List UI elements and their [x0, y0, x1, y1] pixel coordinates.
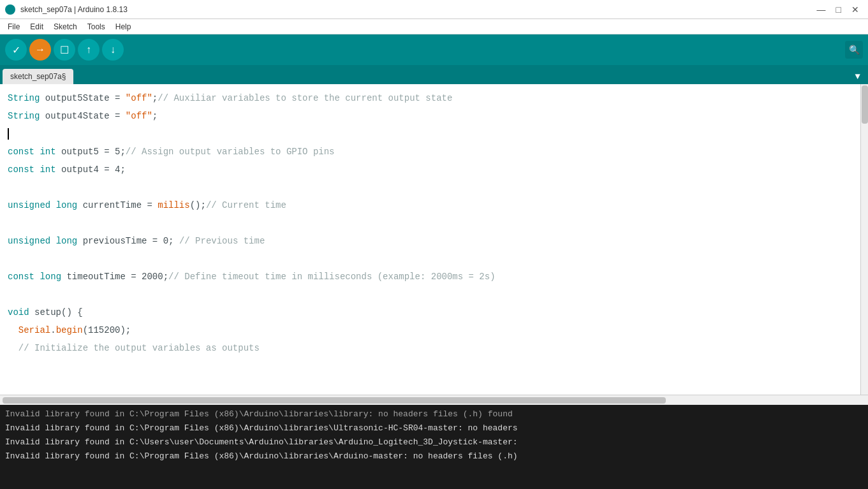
menu-tools[interactable]: Tools	[82, 21, 110, 33]
console-line-3: Invalid library found in C:\Program File…	[5, 449, 863, 463]
save-button[interactable]: ↓	[102, 39, 124, 61]
upload-button[interactable]: →	[29, 39, 51, 61]
menu-sketch[interactable]: Sketch	[48, 21, 82, 33]
code-line-blank4	[8, 286, 853, 303]
horizontal-scrollbar[interactable]	[0, 395, 868, 405]
code-line-blank1	[8, 179, 853, 196]
console-section: Invalid library found in C:\Program File…	[0, 405, 868, 489]
code-editor[interactable]: String output5State = "off";// Auxiliar …	[0, 84, 860, 395]
tab-bar: sketch_sep07a§ ▼	[0, 65, 868, 84]
arduino-icon	[5, 4, 15, 15]
tab-sketch[interactable]: sketch_sep07a§	[3, 69, 73, 84]
console-output: Invalid library found in C:\Program File…	[0, 405, 868, 466]
menu-help[interactable]: Help	[110, 21, 136, 33]
title-bar: sketch_sep07a | Arduino 1.8.13 — □ ✕	[0, 0, 868, 19]
code-line-blank2	[8, 214, 853, 232]
console-line-1: Invalid library found in C:\Program File…	[5, 421, 863, 435]
vertical-scrollbar[interactable]	[860, 84, 868, 395]
editor-area: String output5State = "off";// Auxiliar …	[0, 84, 868, 395]
tab-dropdown-button[interactable]: ▼	[850, 69, 865, 84]
scrollbar-thumb-v[interactable]	[862, 85, 868, 124]
maximize-button[interactable]: □	[832, 5, 845, 14]
minimize-button[interactable]: —	[813, 5, 830, 14]
menu-bar: File Edit Sketch Tools Help	[0, 19, 868, 34]
code-line-9: unsigned long previousTime = 0; // Previ…	[8, 232, 853, 250]
code-line-14: Serial.begin(115200);	[8, 321, 853, 339]
toolbar: ✓ → ☐ ↑ ↓ 🔍	[0, 34, 868, 65]
console-line-2: Invalid library found in C:\Users\user\D…	[5, 435, 863, 449]
code-line-1: String output5State = "off";// Auxiliar …	[8, 89, 853, 107]
tab-label: sketch_sep07a§	[10, 72, 66, 81]
new-button[interactable]: ☐	[54, 39, 75, 61]
verify-button[interactable]: ✓	[5, 39, 27, 61]
menu-file[interactable]: File	[3, 21, 25, 33]
code-line-blank3	[8, 250, 853, 268]
scrollbar-thumb-h[interactable]	[3, 397, 666, 404]
code-line-cursor	[8, 125, 853, 143]
window-title: sketch_sep07a | Arduino 1.8.13	[20, 5, 128, 14]
console-line-0: Invalid library found in C:\Program File…	[5, 407, 863, 421]
code-line-11: const long timeoutTime = 2000;// Define …	[8, 268, 853, 286]
code-line-2: String output4State = "off";	[8, 107, 853, 125]
code-line-5: const int output4 = 4;	[8, 161, 853, 179]
title-bar-left: sketch_sep07a | Arduino 1.8.13	[5, 4, 128, 15]
menu-edit[interactable]: Edit	[25, 21, 48, 33]
code-line-15: // Initialize the output variables as ou…	[8, 339, 853, 357]
open-button[interactable]: ↑	[78, 39, 99, 61]
code-line-4: const int output5 = 5;// Assign output v…	[8, 143, 853, 161]
code-line-7: unsigned long currentTime = millis();// …	[8, 196, 853, 214]
close-button[interactable]: ✕	[848, 5, 863, 14]
search-button[interactable]: 🔍	[845, 41, 863, 59]
code-line-13: void setup() {	[8, 303, 853, 321]
window-controls[interactable]: — □ ✕	[813, 5, 863, 14]
